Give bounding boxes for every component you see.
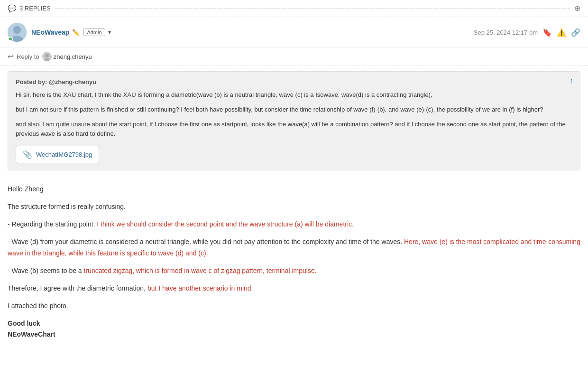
edit-icon[interactable]: ✏️ [72, 29, 80, 36]
svg-point-1 [13, 26, 21, 34]
quote-paragraph-2: but I am not sure if this pattern is fin… [16, 105, 572, 115]
attachment-filename: WechatIMG2798.jpg [36, 151, 92, 158]
quote-paragraph-1: Hi sir, here is the XAU chart, I think t… [16, 90, 572, 100]
reply-to-username[interactable]: zheng.chenyu [54, 53, 92, 60]
reply-line5-highlight: truncated zigzag, which is formed in wav… [84, 267, 317, 274]
dropdown-arrow-icon[interactable]: ▾ [108, 29, 111, 36]
quote-author: Posted by: @zheng-chenyu [16, 78, 572, 85]
reply-line6: Therefore, I agree with the diametric fo… [8, 283, 580, 294]
expand-icon[interactable]: ⊕ [574, 4, 580, 13]
reply-line3-highlight: I think we should consider the second po… [97, 220, 354, 228]
reply-icon: ↩ [8, 52, 14, 61]
reply-line7: I attached the photo. [8, 301, 580, 311]
reply-avatar [42, 52, 52, 61]
reply-line3: - Regarding the starting point, I think … [8, 219, 580, 230]
online-indicator [8, 37, 13, 41]
flag-icon[interactable]: 🔗 [571, 28, 580, 37]
replies-count: 3 REPLIES [19, 5, 51, 12]
reply-greeting: Hello Zheng [8, 184, 580, 195]
bookmark-icon[interactable]: 🔖 [542, 28, 552, 37]
post-meta: Sep 25, 2024 12:17 pm 🔖 ⚠️ 🔗 [474, 28, 580, 37]
dashed-divider [55, 8, 570, 9]
paperclip-icon: 📎 [23, 150, 32, 159]
reply-content: Hello Zheng The structure formed is real… [0, 176, 588, 349]
reply-line5-start: - Wave (b) seems to be a [8, 267, 84, 274]
scroll-up-icon[interactable]: ↑ [570, 76, 573, 85]
signature-line1: Good luck [8, 320, 40, 327]
reply-line2: The structure formed is really confusing… [8, 201, 580, 212]
attachment-link[interactable]: 📎 WechatIMG2798.jpg [16, 146, 99, 163]
bubble-icon: 💬 [8, 4, 17, 13]
post-timestamp: Sep 25, 2024 12:17 pm [474, 29, 538, 36]
admin-badge: Admin [83, 28, 105, 36]
signature-line2: NEoWaveChart [8, 330, 55, 338]
replies-bar: 💬 3 REPLIES ⊕ [0, 0, 588, 17]
reply-line4-start: - Wave (d) from your diametric is consid… [8, 238, 404, 245]
post-username[interactable]: NEoWaveap [31, 28, 69, 36]
reply-signature: Good luck NEoWaveChart [8, 318, 580, 340]
alert-icon[interactable]: ⚠️ [557, 28, 566, 37]
reply-line6-start: Therefore, I agree with the diametric fo… [8, 284, 147, 292]
reply-line5: - Wave (b) seems to be a truncated zigza… [8, 265, 580, 276]
avatar-wrap [8, 23, 27, 42]
svg-point-4 [45, 54, 49, 57]
reply-line3-start: - Regarding the starting point, [8, 220, 97, 228]
reply-to-row: ↩ Reply to zheng.chenyu [0, 48, 588, 66]
quote-paragraph-3: and also, I am quite unsure about the st… [16, 120, 572, 140]
reply-to-label: Reply to [17, 53, 39, 60]
quote-body: Hi sir, here is the XAU chart, I think t… [16, 90, 572, 139]
quoted-post: Posted by: @zheng-chenyu ↑ Hi sir, here … [8, 71, 580, 170]
reply-line6-highlight: but I have another scenario in mind. [147, 284, 253, 292]
post-header: NEoWaveap ✏️ Admin ▾ Sep 25, 2024 12:17 … [0, 17, 588, 48]
reply-line4: - Wave (d) from your diametric is consid… [8, 236, 580, 258]
